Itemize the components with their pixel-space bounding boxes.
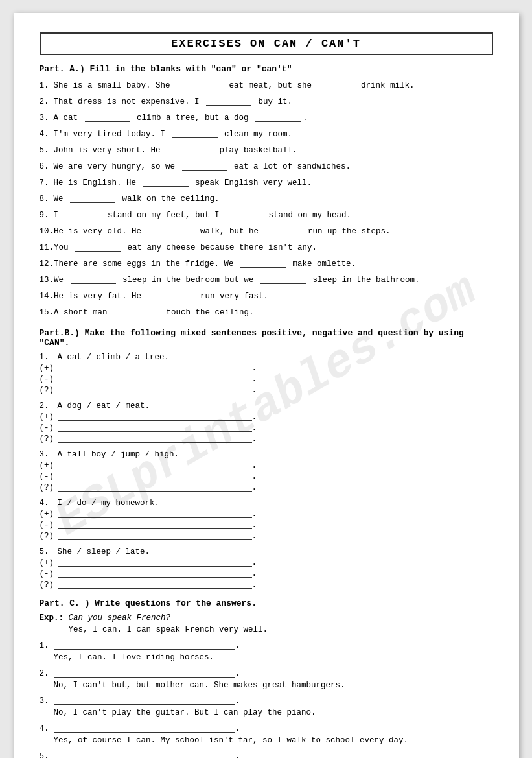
part-c-item-3: 3. . No, I can't play the guitar. But I … [40, 696, 493, 719]
list-item: 11. You eat any cheese because there isn… [40, 241, 493, 254]
list-item: 3. A cat climb a tree, but a dog . [40, 112, 493, 124]
part-c-item-2: 2. . No, I can't but, but mother can. Sh… [40, 669, 493, 692]
part-b-item-5: 5. She / sleep / late. (+) . (-) . (?) . [40, 547, 493, 589]
part-b-item-2: 2. A dog / eat / meat. (+) . (-) . (?) . [40, 401, 493, 444]
part-a-list: 1. She is a small baby. She eat meat, bu… [40, 79, 493, 319]
part-c-item-4: 4. . Yes, of course I can. My school isn… [40, 724, 493, 747]
list-item: 2. That dress is not expensive. I buy it… [40, 95, 493, 108]
part-c-title: Part. C. ) Write questions for the answe… [40, 598, 493, 608]
part-a-title: Part. A.) Fill in the blanks with "can" … [40, 64, 493, 74]
title-box: EXERCISES ON CAN / CAN'T [40, 32, 493, 55]
list-item: 14. He is very fat. He run very fast. [40, 290, 493, 303]
list-item: 10. He is very old. He walk, but he run … [40, 225, 493, 238]
part-b-item-4: 4. I / do / my homework. (+) . (-) . (?)… [40, 499, 493, 541]
part-b-item-1: 1. A cat / climb / a tree. (+) . (-) . (… [40, 353, 493, 395]
list-item: 7. He is English. He speak English very … [40, 176, 493, 189]
part-b-title: Part.B.) Make the following mixed senten… [40, 328, 493, 348]
list-item: 12. There are some eggs in the fridge. W… [40, 257, 493, 270]
list-item: 5. John is very short. He play basketbal… [40, 144, 493, 157]
list-item: 13. We sleep in the bedroom but we sleep… [40, 274, 493, 287]
list-item: 9. I stand on my feet, but I stand on my… [40, 209, 493, 222]
part-b-section: Part.B.) Make the following mixed senten… [40, 328, 493, 589]
worksheet-title: EXERCISES ON CAN / CAN'T [47, 38, 485, 50]
part-b-item-3: 3. A tall boy / jump / high. (+) . (-) .… [40, 450, 493, 492]
part-a-section: Part. A.) Fill in the blanks with "can" … [40, 64, 493, 319]
list-item: 1. She is a small baby. She eat meat, bu… [40, 79, 493, 92]
list-item: 15. A short man touch the ceiling. [40, 306, 493, 319]
part-c-example: Exp.: Can you speak French? Yes, I can. … [40, 613, 493, 636]
list-item: 4. I'm very tired today. I clean my room… [40, 128, 493, 141]
list-item: 8. We walk on the ceiling. [40, 193, 493, 206]
part-c-item-5: 5. . No, I can't sail. But I go wind sur… [40, 752, 493, 758]
part-c-item-1: 1. . Yes, I can. I love riding horses. [40, 641, 493, 664]
list-item: 6. We are very hungry, so we eat a lot o… [40, 160, 493, 173]
part-c-section: Part. C. ) Write questions for the answe… [40, 598, 493, 758]
worksheet-page: ESLprintables.com EXERCISES ON CAN / CAN… [14, 13, 519, 758]
